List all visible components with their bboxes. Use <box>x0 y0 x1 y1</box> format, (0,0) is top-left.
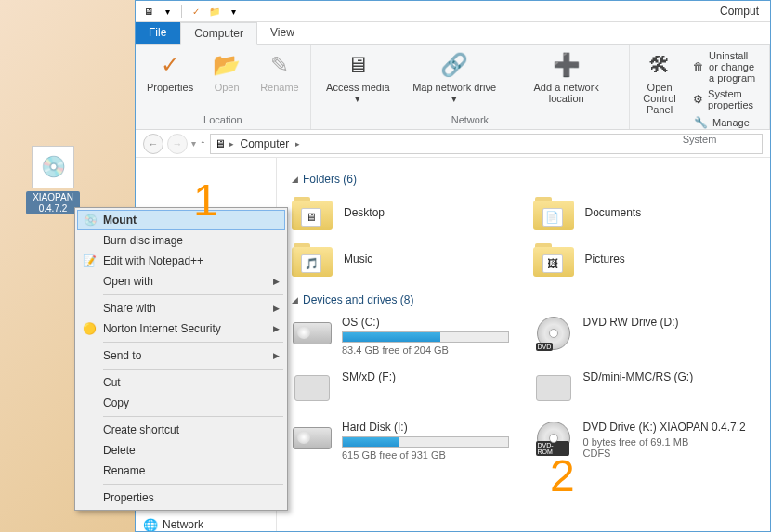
drive-name: SM/xD (F:) <box>342 370 515 383</box>
properties-icon: ✓ <box>155 50 185 80</box>
back-button[interactable]: ← <box>143 134 163 154</box>
address-bar: ← → ▾ ↑ 🖥 ▸ Computer ▸ <box>136 130 770 158</box>
menu-item[interactable]: 🟡Norton Internet Security▶ <box>77 318 285 339</box>
add-network-location-button[interactable]: ➕ Add a network location <box>511 48 621 106</box>
drive-item[interactable]: OS (C:)83.4 GB free of 204 GB <box>292 316 515 356</box>
folder-item[interactable]: 📄Documents <box>533 195 756 230</box>
hdd-icon <box>293 322 332 344</box>
folder-icon: 🖥 <box>292 195 333 230</box>
chevron-right-icon[interactable]: ▸ <box>295 139 300 149</box>
menu-item[interactable]: Create shortcut <box>77 420 285 440</box>
menu-item[interactable]: Burn disc image <box>77 230 285 251</box>
menu-item[interactable]: 📝Edit with Notepad++ <box>77 251 285 271</box>
newfolder-qat-icon[interactable]: 📁 <box>207 4 222 19</box>
drive-usage-bar <box>342 331 509 343</box>
menu-item[interactable]: Properties <box>77 487 285 508</box>
breadcrumb-root[interactable]: Computer <box>238 137 293 150</box>
ribbon-tabs: File Computer View <box>136 22 770 45</box>
drives-section-header[interactable]: ◢ Devices and drives (8) <box>292 293 755 306</box>
submenu-arrow-icon: ▶ <box>273 351 280 360</box>
group-label-location: Location <box>143 112 303 127</box>
folder-icon: 🖼 <box>533 241 574 277</box>
up-button[interactable]: ↑ <box>200 136 206 150</box>
collapse-icon: ◢ <box>292 295 298 305</box>
menu-item-label: Edit with Notepad++ <box>103 254 203 267</box>
tab-computer[interactable]: Computer <box>180 22 257 45</box>
qat-dropdown2-icon[interactable]: ▾ <box>226 4 241 19</box>
card-icon <box>294 375 330 401</box>
forward-button[interactable]: → <box>167 134 188 154</box>
submenu-arrow-icon: ▶ <box>273 304 280 313</box>
folder-icon: 📄 <box>533 195 574 230</box>
menu-separator <box>103 342 283 343</box>
folder-label: Desktop <box>344 206 385 219</box>
drive-name: DVD RW Drive (D:) <box>583 316 756 329</box>
drive-filesystem: CDFS <box>583 448 756 459</box>
drive-subtitle: 0 bytes free of 69.1 MB <box>583 436 756 448</box>
control-panel-icon: 🛠 <box>645 50 674 80</box>
folder-label: Pictures <box>585 253 625 266</box>
menu-item[interactable]: Delete <box>77 440 285 461</box>
app-icon: 🖥 <box>141 4 156 19</box>
disc-icon: DVD <box>537 317 570 350</box>
context-menu: 💿MountBurn disc image📝Edit with Notepad+… <box>74 207 288 511</box>
menu-item[interactable]: Share with▶ <box>77 298 285 318</box>
properties-button[interactable]: ✓ Properties <box>143 48 197 95</box>
folder-item[interactable]: 🎵Music <box>292 241 515 277</box>
menu-item-label: Cut <box>103 376 121 389</box>
computer-icon: 🖥 <box>215 137 226 150</box>
system-properties-button[interactable]: ⚙ System properties <box>689 86 762 112</box>
menu-item-icon: 💿 <box>83 213 98 227</box>
add-location-icon: ➕ <box>552 50 582 80</box>
menu-item[interactable]: Cut <box>77 372 285 393</box>
folder-item[interactable]: 🖥Desktop <box>292 195 515 230</box>
ribbon: ✓ Properties 📂 Open ✎ Rename Location 🖥 … <box>136 45 770 130</box>
properties-qat-icon[interactable]: ✓ <box>189 4 203 19</box>
menu-item-label: Share with <box>103 302 156 315</box>
open-button[interactable]: 📂 Open <box>204 48 249 95</box>
map-drive-icon: 🔗 <box>439 50 469 80</box>
quick-access-toolbar: 🖥 ▾ ✓ 📁 ▾ <box>141 4 241 19</box>
folder-icon: 🎵 <box>292 241 333 277</box>
menu-item[interactable]: 💿Mount <box>77 210 285 230</box>
drive-item[interactable]: Hard Disk (I:)615 GB free of 931 GB <box>292 421 515 461</box>
drive-item[interactable]: DVDDVD RW Drive (D:) <box>533 316 756 356</box>
manage-button[interactable]: 🔧 Manage <box>689 113 762 132</box>
annotation-2: 2 <box>550 450 575 501</box>
folder-item[interactable]: 🖼Pictures <box>533 241 756 277</box>
folders-section-header[interactable]: ◢ Folders (6) <box>292 173 755 186</box>
group-label-network: Network <box>319 112 621 127</box>
content-pane: ◢ Folders (6) 🖥Desktop📄Documents🎵Music🖼P… <box>277 158 770 531</box>
drive-subtitle: 615 GB free of 931 GB <box>342 449 515 461</box>
chevron-right-icon[interactable]: ▸ <box>229 139 234 149</box>
drive-usage-bar <box>342 436 509 448</box>
menu-item[interactable]: Open with▶ <box>77 271 285 292</box>
hdd-icon <box>293 427 332 449</box>
titlebar: 🖥 ▾ ✓ 📁 ▾ Comput <box>136 1 770 22</box>
rename-button[interactable]: ✎ Rename <box>256 48 303 95</box>
desktop-file-icon[interactable]: 💿 XIAOPAN 0.4.7.2 <box>26 146 80 214</box>
nav-item-network[interactable]: 🌐 Network <box>139 514 272 531</box>
drive-item[interactable]: SM/xD (F:) <box>292 370 515 406</box>
menu-item[interactable]: Copy <box>77 393 285 413</box>
history-dropdown-icon[interactable]: ▾ <box>191 138 196 149</box>
uninstall-program-button[interactable]: 🗑 Uninstall or change a program <box>689 48 762 85</box>
network-icon: 🌐 <box>143 517 158 531</box>
open-control-panel-button[interactable]: 🛠 Open Control Panel <box>637 48 682 117</box>
breadcrumb[interactable]: 🖥 ▸ Computer ▸ <box>210 134 764 154</box>
menu-item-label: Delete <box>103 444 136 457</box>
access-media-button[interactable]: 🖥 Access media ▾ <box>319 48 398 107</box>
map-network-drive-button[interactable]: 🔗 Map network drive ▾ <box>405 48 503 107</box>
drive-item[interactable]: SD/mini-MMC/RS (G:) <box>533 370 756 406</box>
tab-view[interactable]: View <box>257 22 308 44</box>
manage-icon: 🔧 <box>693 115 708 130</box>
menu-item[interactable]: Send to▶ <box>77 345 285 366</box>
folder-label: Documents <box>585 206 642 219</box>
qat-dropdown-icon[interactable]: ▾ <box>160 4 175 19</box>
drive-name: OS (C:) <box>342 316 515 329</box>
menu-item[interactable]: Rename <box>77 461 285 481</box>
menu-separator <box>103 294 283 295</box>
tab-file[interactable]: File <box>136 22 180 44</box>
menu-item-icon: 📝 <box>82 253 97 268</box>
card-icon <box>536 375 571 401</box>
